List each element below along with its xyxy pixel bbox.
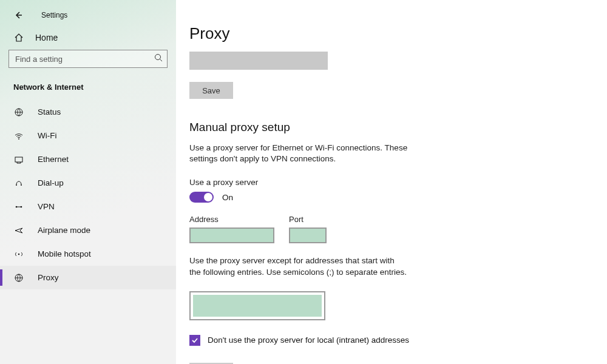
toggle-thumb: [204, 193, 212, 201]
header-title: Settings: [41, 11, 67, 19]
check-icon: [191, 336, 199, 345]
vpn-icon: [13, 202, 24, 212]
svg-point-4: [16, 184, 17, 186]
sidebar-item-ethernet[interactable]: Ethernet: [0, 147, 176, 171]
svg-point-2: [18, 138, 19, 140]
ethernet-icon: [13, 155, 24, 164]
sidebar-item-label: Dial-up: [38, 178, 64, 187]
sidebar-item-label: Proxy: [38, 273, 59, 282]
home-label: Home: [35, 33, 58, 42]
search-field[interactable]: [8, 50, 168, 68]
svg-point-5: [21, 184, 22, 186]
svg-point-8: [18, 253, 19, 254]
exceptions-input[interactable]: [193, 295, 322, 317]
svg-point-0: [155, 55, 161, 60]
page-title: Proxy: [189, 24, 583, 43]
search-icon: [154, 53, 163, 62]
svg-rect-3: [15, 157, 22, 162]
search-input[interactable]: [8, 50, 168, 68]
address-input[interactable]: [189, 228, 274, 243]
arrow-left-icon: [13, 10, 23, 20]
sidebar-item-hotspot[interactable]: Mobile hotspot: [0, 242, 176, 266]
svg-point-7: [21, 206, 22, 207]
back-button[interactable]: [10, 7, 27, 24]
globe-icon: [13, 107, 24, 117]
exceptions-desc: Use the proxy server except for addresse…: [189, 255, 408, 277]
save-button-top[interactable]: Save: [189, 82, 233, 99]
sidebar-item-label: Wi-Fi: [38, 131, 56, 140]
sidebar-item-wifi[interactable]: Wi-Fi: [0, 124, 176, 147]
sidebar-item-label: VPN: [38, 202, 55, 211]
sidebar-item-label: Mobile hotspot: [38, 249, 91, 258]
script-address-input[interactable]: [189, 52, 328, 70]
use-proxy-label: Use a proxy server: [189, 178, 583, 187]
sidebar-item-label: Ethernet: [38, 155, 69, 164]
sidebar-item-airplane[interactable]: Airplane mode: [0, 218, 176, 242]
sidebar-item-dialup[interactable]: Dial-up: [0, 171, 176, 195]
port-input[interactable]: [289, 228, 327, 243]
section-title: Network & Internet: [0, 79, 176, 100]
wifi-icon: [13, 131, 24, 141]
exceptions-field-wrap: [189, 291, 325, 320]
home-icon: [13, 33, 24, 42]
hotspot-icon: [13, 249, 24, 259]
use-proxy-toggle[interactable]: [189, 192, 214, 203]
local-addresses-checkbox[interactable]: [189, 335, 200, 346]
svg-point-6: [16, 206, 18, 207]
port-label: Port: [289, 215, 327, 224]
sidebar-item-label: Status: [38, 107, 61, 116]
sidebar-item-proxy[interactable]: Proxy: [0, 266, 176, 289]
manual-desc: Use a proxy server for Ethernet or Wi-Fi…: [189, 143, 408, 164]
home-link[interactable]: Home: [0, 25, 176, 50]
manual-heading: Manual proxy setup: [189, 121, 583, 134]
sidebar-item-label: Airplane mode: [38, 226, 90, 235]
sidebar-item-vpn[interactable]: VPN: [0, 195, 176, 218]
airplane-icon: [13, 226, 24, 235]
dialup-icon: [13, 178, 24, 188]
local-addresses-label: Don't use the proxy server for local (in…: [208, 335, 409, 345]
address-label: Address: [189, 215, 274, 224]
globe-icon: [13, 273, 24, 283]
toggle-state-label: On: [222, 193, 233, 202]
sidebar-item-status[interactable]: Status: [0, 100, 176, 124]
